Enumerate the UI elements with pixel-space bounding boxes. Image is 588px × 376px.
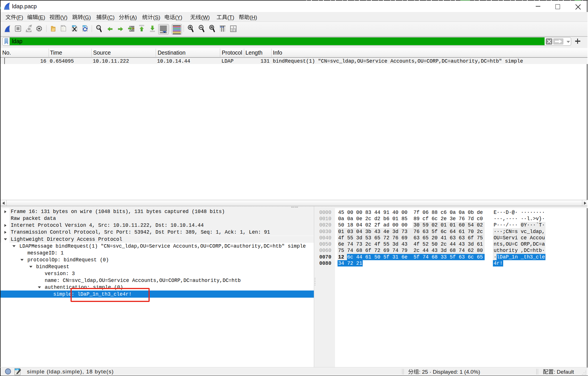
svg-text:2: 2	[231, 29, 233, 31]
svg-text:1: 1	[233, 26, 234, 28]
svg-text:3: 3	[234, 29, 236, 31]
svg-text:0111: 0111	[61, 29, 65, 31]
